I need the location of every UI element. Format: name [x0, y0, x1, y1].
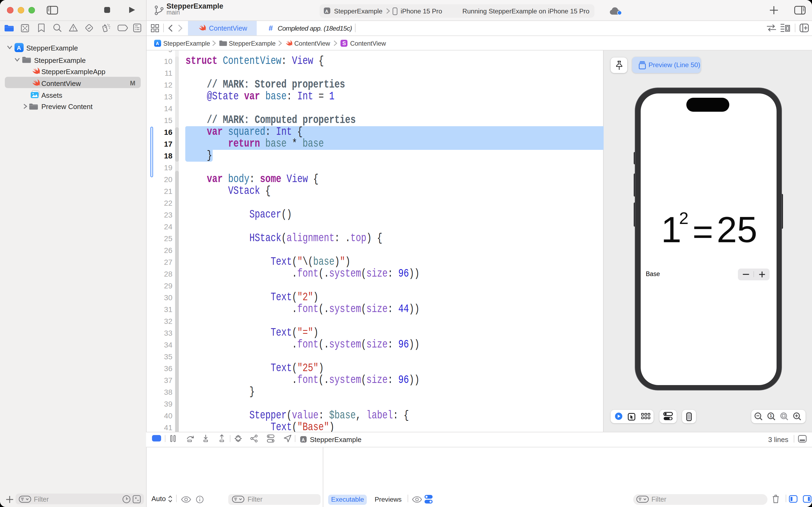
svg-text:1: 1 — [769, 413, 772, 418]
